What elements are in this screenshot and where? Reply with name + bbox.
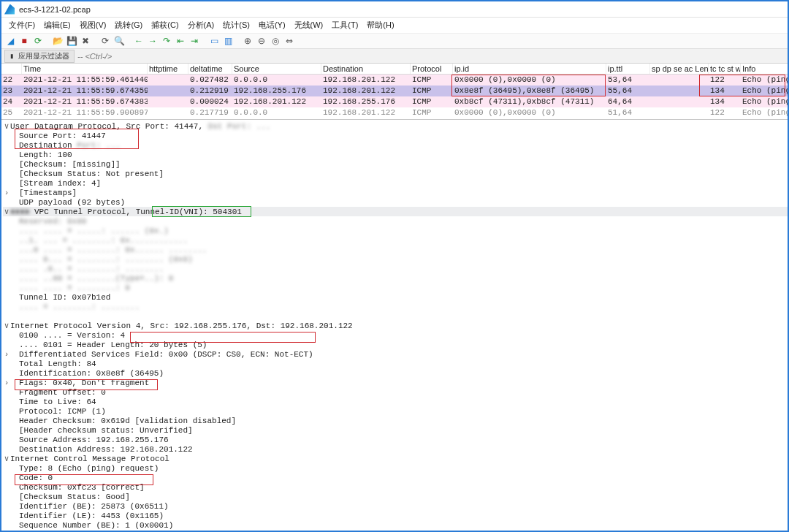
tb-jump-icon[interactable]: ↷ bbox=[161, 35, 172, 47]
tree-icmp-type: Type: 8 (Echo (ping) request) bbox=[3, 463, 788, 473]
tree-vpc-blur: Reserved: 0x00 bbox=[3, 216, 788, 226]
tree-ipv4-srcdst: Src: 192.168.255.176, Dst: 192.168.201.1… bbox=[150, 322, 352, 330]
tree-vpc-blur: .... 0... = ........: ........ (0x0) bbox=[3, 254, 788, 264]
tree-icmp-seq-be: Sequence Number (BE): 1 (0x0001) bbox=[3, 520, 788, 530]
filter-input[interactable]: -- <Ctrl-/> bbox=[77, 52, 785, 61]
packet-row[interactable]: 252021-12-21 11:55:59.9008970.2177190.0.… bbox=[1, 107, 788, 117]
tree-ipv4-hcs: Header Checksum: 0x619d [validation disa… bbox=[3, 416, 788, 425]
tree-icmp-checksum: Checksum: 0xfc23 [correct] bbox=[3, 482, 788, 492]
col-source: Source bbox=[232, 64, 321, 74]
tree-icmp-header[interactable]: ∨Internet Control Message Protocol bbox=[3, 454, 788, 463]
tree-udp-length: Length: 100 bbox=[3, 150, 788, 159]
menu-tel[interactable]: 电话(Y) bbox=[256, 19, 289, 31]
tb-autoscroll-icon[interactable]: ▭ bbox=[208, 35, 220, 47]
tree-vpc-tunnel-id: Tunnel-ID(VNI): 504301 bbox=[136, 208, 242, 216]
tree-udp-payload: UDP payload (92 bytes) bbox=[3, 197, 788, 207]
window-titlebar: ecs-3-1221-02.pcap bbox=[1, 1, 788, 18]
col-info: Info bbox=[741, 64, 789, 74]
tb-last-icon[interactable]: ⇥ bbox=[188, 35, 200, 47]
filter-label: ▮ 应用显示过滤器 bbox=[4, 50, 75, 63]
tree-vpc-blur: .... .... = ........: 0 bbox=[3, 283, 788, 292]
tb-reload-icon[interactable]: ⟳ bbox=[99, 35, 111, 47]
tree-udp-header[interactable]: ∨User Datagram Protocol, Src Port: 41447… bbox=[3, 121, 788, 131]
tree-udp-src-port: Source Port: 41447 bbox=[3, 131, 788, 140]
tb-first-icon[interactable]: ⇤ bbox=[175, 35, 186, 47]
packet-details-pane[interactable]: ∨User Datagram Protocol, Src Port: 41447… bbox=[1, 120, 788, 532]
tree-ipv4-flags[interactable]: ›Flags: 0x40, Don't fragment bbox=[3, 378, 788, 387]
tree-ipv4-version: 0100 .... = Version: 4 bbox=[3, 330, 788, 340]
tb-stop-icon[interactable]: ■ bbox=[18, 35, 30, 47]
menu-stats[interactable]: 统计(S) bbox=[220, 19, 253, 31]
tree-icmp-cs-status: [Checksum Status: Good] bbox=[3, 492, 788, 501]
wireshark-logo-icon bbox=[4, 4, 15, 15]
col-deltatime: deltatime bbox=[188, 64, 232, 74]
col-ipid: ip.id bbox=[453, 64, 606, 74]
tree-ipv4-saddr: Source Address: 192.168.255.176 bbox=[3, 435, 788, 444]
tree-vpc-blur: ..1. ... = ........: 0x............ bbox=[3, 235, 788, 245]
tree-ipv4-ttl: Time to Live: 64 bbox=[3, 397, 788, 406]
tb-save-icon[interactable]: 💾 bbox=[66, 35, 77, 47]
menu-tools[interactable]: 工具(T) bbox=[329, 19, 361, 31]
tree-ipv4-fragoff: Fragment Offset: 0 bbox=[3, 387, 788, 397]
tree-ipv4-tlen: Total Length: 84 bbox=[3, 359, 788, 368]
toolbar: ◢ ■ ⟳ 📂 💾 ✖ ⟳ 🔍 ← → ↷ ⇤ ⇥ ▭ ▥ ⊕ ⊖ ◎ ⇔ bbox=[1, 33, 788, 49]
menu-edit[interactable]: 编辑(E) bbox=[41, 19, 74, 31]
tb-next-icon[interactable]: → bbox=[147, 35, 159, 47]
tree-ipv4-ident: Identification: 0x8e8f (36495) bbox=[3, 368, 788, 378]
tb-find-icon[interactable]: 🔍 bbox=[113, 35, 125, 47]
tree-vpc-blur: ...0 .... = ........: 0x...... ........ bbox=[3, 245, 788, 254]
tb-zoomreset-icon[interactable]: ◎ bbox=[270, 35, 281, 47]
tree-vpc-blur: .... ..00 = ........(Type=..): 0 bbox=[3, 273, 788, 283]
window-title: ecs-3-1221-02.pcap bbox=[19, 5, 91, 14]
tree-icmp-id-be: Identifier (BE): 25873 (0x6511) bbox=[3, 501, 788, 511]
tb-close-icon[interactable]: ✖ bbox=[80, 35, 91, 47]
tree-udp-stream: [Stream index: 4] bbox=[3, 178, 788, 188]
tree-udp-timestamps[interactable]: ›[Timestamps] bbox=[3, 188, 788, 197]
col-destination: Destination bbox=[321, 64, 411, 74]
tree-icmp-id-le: Identifier (LE): 4453 (0x1165) bbox=[3, 511, 788, 520]
col-len: tc tc st wi wi wi bbox=[709, 64, 741, 74]
tree-ipv4-hcs-status: [Header checksum status: Unverified] bbox=[3, 425, 788, 435]
tree-ipv4-header[interactable]: ∨Internet Protocol Version 4, Src: 192.1… bbox=[3, 321, 788, 330]
col-httptime: httptime bbox=[148, 64, 188, 74]
packet-list-header: Time httptime deltatime Source Destinati… bbox=[1, 64, 788, 75]
packet-row-selected[interactable]: 232021-12-21 11:55:59.6743590.212919192.… bbox=[1, 86, 788, 96]
menu-help[interactable]: 帮助(H) bbox=[364, 19, 397, 31]
tree-udp-checksum: [Checksum: [missing]] bbox=[3, 159, 788, 169]
tree-ipv4-daddr: Destination Address: 192.168.201.122 bbox=[3, 444, 788, 454]
col-protocol: Protocol bbox=[411, 64, 453, 74]
tb-restart-icon[interactable]: ⟳ bbox=[32, 35, 44, 47]
tree-ipv4-hlen: .... 0101 = Header Length: 20 bytes (5) bbox=[3, 340, 788, 349]
tb-open-icon[interactable]: 📂 bbox=[52, 35, 64, 47]
tree-ipv4-proto: Protocol: ICMP (1) bbox=[3, 406, 788, 416]
tree-vpc-tunnel-id-line: Tunnel ID: 0x07b1ed bbox=[3, 292, 788, 302]
menu-go[interactable]: 跳转(G) bbox=[112, 19, 145, 31]
packet-list-pane[interactable]: Time httptime deltatime Source Destinati… bbox=[1, 64, 788, 120]
tree-udp-dst-port: Destination Port: ... bbox=[3, 140, 788, 150]
packet-row[interactable]: 242021-12-21 11:55:59.6743830.000024192.… bbox=[1, 96, 788, 107]
tb-zoomout-icon[interactable]: ⊖ bbox=[256, 35, 267, 47]
menubar: 文件(F) 编辑(E) 视图(V) 跳转(G) 捕获(C) 分析(A) 统计(S… bbox=[1, 18, 788, 33]
menu-file[interactable]: 文件(F) bbox=[6, 19, 38, 31]
tree-vpc-header[interactable]: ∨■■■■ VPC Tunnel Protocol, Tunnel-ID(VNI… bbox=[3, 207, 788, 216]
tb-prev-icon[interactable]: ← bbox=[133, 35, 145, 47]
tree-icmp-code: Code: 0 bbox=[3, 473, 788, 482]
col-time: Time bbox=[22, 64, 148, 74]
tb-zoomin-icon[interactable]: ⊕ bbox=[242, 35, 254, 47]
menu-capture[interactable]: 捕获(C) bbox=[148, 19, 181, 31]
tree-vpc-blur: .... .... = .....: ...... (0x.) bbox=[3, 226, 788, 235]
menu-view[interactable]: 视图(V) bbox=[77, 19, 110, 31]
packet-row[interactable]: 222021-12-21 11:55:59.4614400.0274820.0.… bbox=[1, 75, 788, 86]
tree-ipv4-dsf[interactable]: ›Differentiated Services Field: 0x00 (DS… bbox=[3, 349, 788, 359]
tree-udp-checksum-status: [Checksum Status: Not present] bbox=[3, 169, 788, 178]
col-ttl: ip.ttl bbox=[606, 64, 650, 74]
tree-vpc-blur: .... = ........: ........ bbox=[3, 302, 788, 311]
tb-start-icon[interactable]: ◢ bbox=[4, 35, 16, 47]
menu-analyze[interactable]: 分析(A) bbox=[185, 19, 218, 31]
display-filter-bar: ▮ 应用显示过滤器 -- <Ctrl-/> bbox=[1, 49, 788, 64]
menu-wireless[interactable]: 无线(W) bbox=[291, 19, 327, 31]
tb-colorize-icon[interactable]: ▥ bbox=[222, 35, 234, 47]
tb-resize-icon[interactable]: ⇔ bbox=[283, 35, 295, 47]
tree-vpc-blur: .... .0.. = ........: ........ bbox=[3, 264, 788, 273]
col-spdp: sp dp se ac Leng bbox=[650, 64, 709, 74]
